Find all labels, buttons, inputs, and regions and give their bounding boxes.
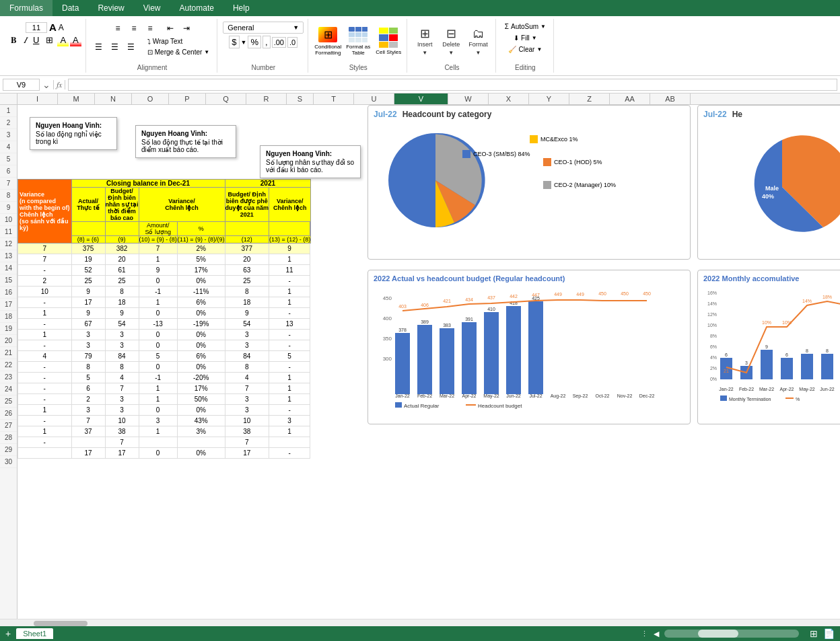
table-cell[interactable]: 50%: [177, 394, 225, 405]
table-cell[interactable]: 5: [269, 351, 310, 362]
table-cell[interactable]: 0: [139, 405, 177, 416]
table-cell[interactable]: 17%: [177, 383, 225, 394]
bold-btn[interactable]: 𝐁: [8, 34, 20, 46]
table-cell[interactable]: 5: [139, 351, 177, 362]
table-cell[interactable]: 38: [105, 426, 139, 437]
table-cell[interactable]: 18: [225, 297, 269, 308]
table-row[interactable]: 13300%3-: [18, 330, 311, 340]
table-cell[interactable]: 7: [225, 437, 269, 448]
table-cell[interactable]: 19: [71, 254, 105, 265]
insert-dropdown[interactable]: ▼: [422, 50, 427, 56]
table-row[interactable]: -8800%8-: [18, 362, 311, 373]
wrap-text-btn[interactable]: ⤵ Wrap Text: [144, 36, 213, 46]
table-cell[interactable]: 9: [71, 287, 105, 297]
table-cell[interactable]: 2: [18, 276, 72, 287]
table-cell[interactable]: 1: [139, 426, 177, 437]
table-cell[interactable]: 3: [105, 330, 139, 340]
table-cell[interactable]: 1: [269, 297, 310, 308]
table-cell[interactable]: 1: [18, 330, 72, 340]
table-cell[interactable]: 17: [71, 448, 105, 459]
table-cell[interactable]: -1: [139, 373, 177, 383]
table-row[interactable]: 19900%9-: [18, 308, 311, 319]
tab-data[interactable]: Data: [53, 0, 88, 16]
table-cell[interactable]: 6%: [177, 351, 225, 362]
col-header-AA[interactable]: AA: [610, 93, 650, 104]
table-cell[interactable]: 9: [105, 308, 139, 319]
table-cell[interactable]: 4: [18, 351, 72, 362]
table-cell[interactable]: 25: [105, 276, 139, 287]
table-cell[interactable]: -: [269, 308, 310, 319]
table-cell[interactable]: 10: [105, 416, 139, 426]
table-cell[interactable]: 1: [139, 254, 177, 265]
tab-view[interactable]: View: [134, 0, 170, 16]
table-cell[interactable]: [139, 437, 177, 448]
table-cell[interactable]: 20: [225, 254, 269, 265]
table-cell[interactable]: 377: [225, 243, 269, 254]
table-cell[interactable]: [177, 437, 225, 448]
table-row[interactable]: -5261917%6311: [18, 265, 311, 276]
table-cell[interactable]: 17: [71, 297, 105, 308]
delete-dropdown[interactable]: ▼: [448, 50, 454, 56]
table-cell[interactable]: 0%: [177, 448, 225, 459]
table-cell[interactable]: 5%: [177, 254, 225, 265]
table-row[interactable]: 1373813%381: [18, 426, 311, 437]
clear-dropdown[interactable]: ▼: [536, 46, 542, 52]
cell-ref-input[interactable]: [3, 79, 40, 91]
table-cell[interactable]: 0: [139, 340, 177, 351]
table-cell[interactable]: 0: [139, 276, 177, 287]
table-cell[interactable]: 0: [139, 448, 177, 459]
table-cell[interactable]: 38: [225, 426, 269, 437]
table-cell[interactable]: -: [269, 340, 310, 351]
table-cell[interactable]: 1: [269, 394, 310, 405]
table-row[interactable]: -710343%103: [18, 416, 311, 426]
table-cell[interactable]: -: [269, 276, 310, 287]
table-cell[interactable]: 7: [105, 437, 139, 448]
table-cell[interactable]: 63: [225, 265, 269, 276]
table-cell[interactable]: 6: [71, 383, 105, 394]
font-color-btn[interactable]: A: [70, 34, 81, 46]
table-cell[interactable]: -: [18, 416, 72, 426]
accounting-btn[interactable]: $: [229, 36, 239, 48]
table-cell[interactable]: -: [18, 373, 72, 383]
autosum-dropdown[interactable]: ▼: [540, 24, 546, 30]
table-cell[interactable]: 0%: [177, 276, 225, 287]
function-btn[interactable]: 𝑓𝑥: [53, 80, 65, 89]
table-cell[interactable]: 20: [105, 254, 139, 265]
table-cell[interactable]: -: [18, 297, 72, 308]
table-cell[interactable]: 0%: [177, 308, 225, 319]
align-center-btn[interactable]: ☰: [108, 40, 123, 54]
table-row[interactable]: 7192015%201: [18, 254, 311, 265]
table-cell[interactable]: 7: [225, 383, 269, 394]
col-header-N[interactable]: N: [95, 93, 132, 104]
table-cell[interactable]: 61: [105, 265, 139, 276]
format-btn[interactable]: 🗂 Format ▼: [465, 26, 491, 58]
tab-review[interactable]: Review: [88, 0, 133, 16]
align-top-left-btn[interactable]: ≡: [110, 22, 125, 35]
format-dropdown[interactable]: ▼: [476, 50, 481, 56]
table-cell[interactable]: -: [18, 394, 72, 405]
number-format-select[interactable]: General ▼: [223, 22, 304, 34]
table-cell[interactable]: -1: [139, 287, 177, 297]
table-cell[interactable]: 8: [105, 287, 139, 297]
formula-input[interactable]: [68, 79, 837, 91]
delete-btn[interactable]: ⊟ Delete ▼: [439, 26, 463, 58]
col-header-AB[interactable]: AB: [650, 93, 691, 104]
number-format-dropdown[interactable]: ▼: [293, 24, 299, 31]
table-cell[interactable]: 25: [71, 276, 105, 287]
col-header-V[interactable]: V: [394, 93, 448, 104]
underline-btn[interactable]: U: [30, 34, 42, 46]
expand-formula-btn[interactable]: ⌄: [42, 79, 50, 90]
table-cell[interactable]: 13: [269, 319, 310, 330]
clear-btn[interactable]: 🧹 Clear ▼: [505, 44, 545, 54]
table-cell[interactable]: 3: [269, 416, 310, 426]
col-header-T[interactable]: T: [314, 93, 354, 104]
table-cell[interactable]: 0%: [177, 362, 225, 373]
conditional-formatting-btn[interactable]: ⊞ Conditional Formatting: [314, 27, 342, 56]
format-as-table-btn[interactable]: Format as Table: [344, 27, 372, 56]
col-header-Y[interactable]: Y: [529, 93, 569, 104]
col-header-W[interactable]: W: [448, 93, 489, 104]
table-cell[interactable]: 1: [139, 394, 177, 405]
font-size-input[interactable]: 11: [26, 22, 47, 33]
table-cell[interactable]: 8: [71, 362, 105, 373]
percent-btn[interactable]: %: [248, 36, 261, 48]
